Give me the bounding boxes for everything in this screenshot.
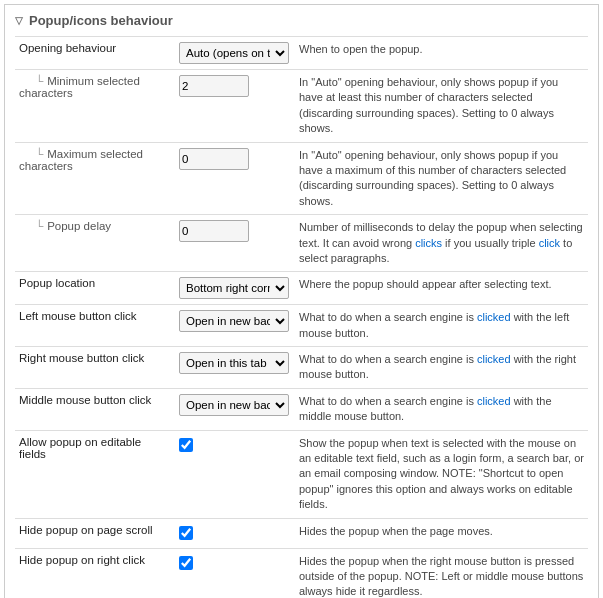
control-left-mouse-click[interactable]: Open in new background tabOpen in this t…: [175, 305, 295, 347]
label-popup-location: Popup location: [15, 272, 175, 305]
label-right-mouse-click: Right mouse button click: [15, 347, 175, 389]
indent-arrow-icon: └: [35, 148, 43, 160]
label-allow-popup-editable: Allow popup on editable fields: [15, 430, 175, 518]
help-hide-popup-scroll: Hides the popup when the page moves.: [295, 518, 588, 548]
help-text-middle-mouse-click: What to do when a search engine is click…: [299, 395, 552, 422]
control-popup-delay[interactable]: [175, 215, 295, 272]
select-middle-mouse-click[interactable]: Open in new background tabOpen in this t…: [179, 394, 289, 416]
label-hide-popup-right-click: Hide popup on right click: [15, 548, 175, 598]
control-hide-popup-right-click[interactable]: [175, 548, 295, 598]
help-max-selected-chars: In "Auto" opening behaviour, only shows …: [295, 142, 588, 215]
section-title-text: Popup/icons behaviour: [29, 13, 173, 28]
control-hide-popup-scroll[interactable]: [175, 518, 295, 548]
indent-arrow-icon: └: [35, 75, 43, 87]
label-min-selected-chars: └Minimum selected characters: [15, 70, 175, 143]
control-popup-location[interactable]: Bottom right cornerTop leftTop rightBott…: [175, 272, 295, 305]
number-input-popup-delay[interactable]: [179, 220, 249, 242]
table-row: └Popup delayNumber of milliseconds to de…: [15, 215, 588, 272]
help-text-popup-delay: Number of milliseconds to delay the popu…: [299, 221, 583, 264]
help-text-min-selected-chars: In "Auto" opening behaviour, only shows …: [299, 76, 558, 134]
label-hide-popup-scroll: Hide popup on page scroll: [15, 518, 175, 548]
help-text-allow-popup-editable: Show the popup when text is selected wit…: [299, 437, 584, 511]
table-row: └Maximum selected charactersIn "Auto" op…: [15, 142, 588, 215]
table-row: Allow popup on editable fieldsShow the p…: [15, 430, 588, 518]
help-middle-mouse-click: What to do when a search engine is click…: [295, 388, 588, 430]
help-text-popup-location: Where the popup should appear after sele…: [299, 278, 552, 290]
control-max-selected-chars[interactable]: [175, 142, 295, 215]
indent-label: └Minimum selected characters: [19, 75, 140, 99]
table-row: Hide popup on right clickHides the popup…: [15, 548, 588, 598]
triangle-icon: ▽: [15, 15, 23, 26]
help-text-hide-popup-scroll: Hides the popup when the page moves.: [299, 525, 493, 537]
indent-label: └Popup delay: [19, 220, 111, 232]
control-middle-mouse-click[interactable]: Open in new background tabOpen in this t…: [175, 388, 295, 430]
settings-table: Opening behaviourAuto (opens on text)Alw…: [15, 36, 588, 598]
select-opening-behaviour[interactable]: Auto (opens on text)AlwaysNever: [179, 42, 289, 64]
label-middle-mouse-click: Middle mouse button click: [15, 388, 175, 430]
settings-panel: ▽ Popup/icons behaviour Opening behaviou…: [4, 4, 599, 598]
help-allow-popup-editable: Show the popup when text is selected wit…: [295, 430, 588, 518]
table-row: Opening behaviourAuto (opens on text)Alw…: [15, 37, 588, 70]
help-opening-behaviour: When to open the popup.: [295, 37, 588, 70]
select-left-mouse-click[interactable]: Open in new background tabOpen in this t…: [179, 310, 289, 332]
table-row: Left mouse button clickOpen in new backg…: [15, 305, 588, 347]
table-row: └Minimum selected charactersIn "Auto" op…: [15, 70, 588, 143]
help-min-selected-chars: In "Auto" opening behaviour, only shows …: [295, 70, 588, 143]
help-popup-location: Where the popup should appear after sele…: [295, 272, 588, 305]
help-text-max-selected-chars: In "Auto" opening behaviour, only shows …: [299, 149, 566, 207]
help-text-opening-behaviour: When to open the popup.: [299, 43, 423, 55]
table-row: Popup locationBottom right cornerTop lef…: [15, 272, 588, 305]
help-hide-popup-right-click: Hides the popup when the right mouse but…: [295, 548, 588, 598]
control-min-selected-chars[interactable]: [175, 70, 295, 143]
select-right-mouse-click[interactable]: Open in this tabOpen in new background t…: [179, 352, 289, 374]
help-popup-delay: Number of milliseconds to delay the popu…: [295, 215, 588, 272]
label-opening-behaviour: Opening behaviour: [15, 37, 175, 70]
checkbox-allow-popup-editable[interactable]: [179, 438, 193, 452]
checkbox-hide-popup-right-click[interactable]: [179, 556, 193, 570]
control-opening-behaviour[interactable]: Auto (opens on text)AlwaysNever: [175, 37, 295, 70]
control-right-mouse-click[interactable]: Open in this tabOpen in new background t…: [175, 347, 295, 389]
indent-label: └Maximum selected characters: [19, 148, 143, 172]
table-row: Right mouse button clickOpen in this tab…: [15, 347, 588, 389]
indent-arrow-icon: └: [35, 220, 43, 232]
checkbox-hide-popup-scroll[interactable]: [179, 526, 193, 540]
table-row: Middle mouse button clickOpen in new bac…: [15, 388, 588, 430]
label-popup-delay: └Popup delay: [15, 215, 175, 272]
section-title: ▽ Popup/icons behaviour: [15, 13, 588, 28]
help-left-mouse-click: What to do when a search engine is click…: [295, 305, 588, 347]
control-allow-popup-editable[interactable]: [175, 430, 295, 518]
number-input-max-selected-chars[interactable]: [179, 148, 249, 170]
label-max-selected-chars: └Maximum selected characters: [15, 142, 175, 215]
help-right-mouse-click: What to do when a search engine is click…: [295, 347, 588, 389]
label-left-mouse-click: Left mouse button click: [15, 305, 175, 347]
help-text-hide-popup-right-click: Hides the popup when the right mouse but…: [299, 555, 583, 598]
help-text-right-mouse-click: What to do when a search engine is click…: [299, 353, 576, 380]
help-text-left-mouse-click: What to do when a search engine is click…: [299, 311, 569, 338]
number-input-min-selected-chars[interactable]: [179, 75, 249, 97]
select-popup-location[interactable]: Bottom right cornerTop leftTop rightBott…: [179, 277, 289, 299]
table-row: Hide popup on page scrollHides the popup…: [15, 518, 588, 548]
